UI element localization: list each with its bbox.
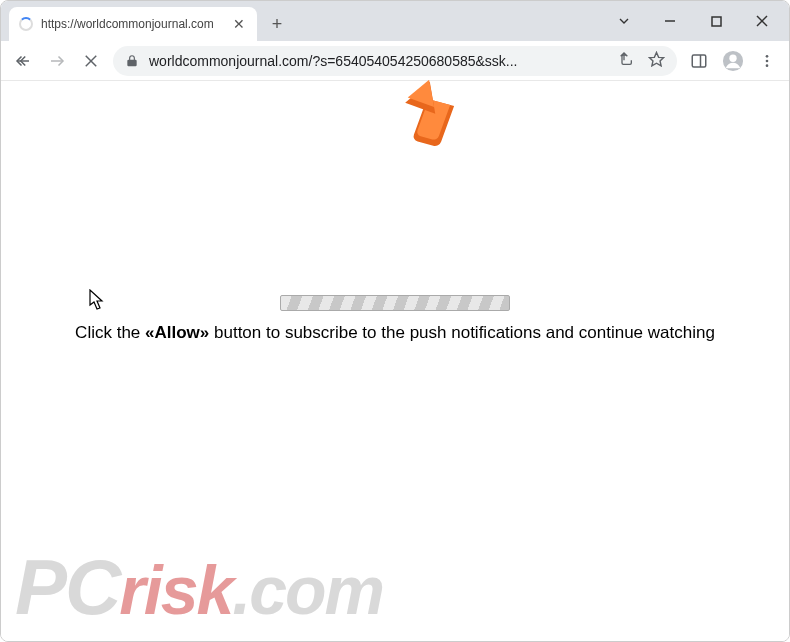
loading-spinner-icon [19, 17, 33, 31]
side-panel-icon[interactable] [683, 45, 715, 77]
svg-rect-1 [712, 17, 721, 26]
address-bar[interactable]: worldcommonjournal.com/?s=65405405425068… [113, 46, 677, 76]
window-controls [601, 1, 789, 41]
svg-point-17 [766, 64, 769, 67]
share-icon[interactable] [616, 51, 636, 70]
svg-marker-10 [649, 52, 663, 65]
forward-button[interactable] [41, 45, 73, 77]
profile-avatar-icon[interactable] [717, 45, 749, 77]
browser-tab[interactable]: https://worldcommonjournal.com ✕ [9, 7, 257, 41]
minimize-button[interactable] [647, 6, 693, 36]
back-button[interactable] [7, 45, 39, 77]
msg-pre: Click the [75, 323, 145, 342]
url-text: worldcommonjournal.com/?s=65405405425068… [149, 53, 606, 69]
window-titlebar: https://worldcommonjournal.com ✕ + [1, 1, 789, 41]
new-tab-button[interactable]: + [263, 10, 291, 38]
svg-point-14 [729, 54, 736, 61]
tab-title: https://worldcommonjournal.com [41, 17, 223, 31]
watermark-risk: risk [119, 552, 232, 628]
msg-post: button to subscribe to the push notifica… [209, 323, 715, 342]
close-tab-button[interactable]: ✕ [231, 16, 247, 32]
lock-icon [125, 54, 139, 68]
pcrisk-watermark: PCrisk.com [15, 542, 383, 633]
msg-bold: «Allow» [145, 323, 209, 342]
watermark-pc: PC [15, 543, 119, 631]
svg-rect-11 [692, 55, 706, 67]
fake-progress-bar [280, 295, 510, 311]
maximize-button[interactable] [693, 6, 739, 36]
watermark-dotcom: .com [232, 552, 383, 628]
allow-instruction-text: Click the «Allow» button to subscribe to… [1, 323, 789, 343]
close-window-button[interactable] [739, 6, 785, 36]
browser-toolbar: worldcommonjournal.com/?s=65405405425068… [1, 41, 789, 81]
bookmark-star-icon[interactable] [648, 51, 665, 71]
stop-reload-button[interactable] [75, 45, 107, 77]
svg-point-16 [766, 59, 769, 62]
tab-search-button[interactable] [601, 6, 647, 36]
svg-point-15 [766, 55, 769, 58]
menu-button[interactable] [751, 45, 783, 77]
